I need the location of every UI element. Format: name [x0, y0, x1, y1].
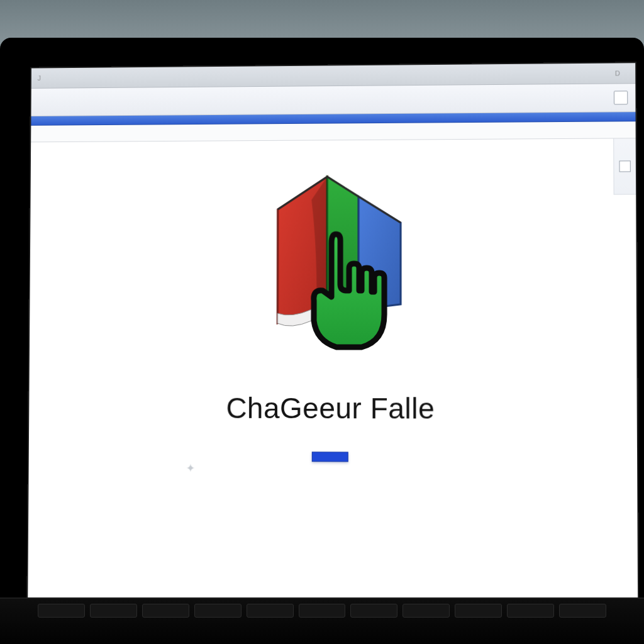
primary-cta-button[interactable]	[312, 452, 348, 462]
page-content: ✦ ChaGeeur Falle	[28, 138, 638, 623]
toolbar-icon[interactable]	[614, 91, 628, 104]
brand-title: ChaGeeur Falle	[226, 391, 435, 426]
laptop-keyboard	[0, 597, 644, 644]
titlebar-segment: J	[38, 74, 41, 82]
browser-toolbar	[31, 84, 635, 116]
star-icon: ✦	[186, 461, 195, 475]
laptop-bezel: J D	[0, 38, 644, 644]
app-logo	[218, 165, 444, 379]
titlebar-right-segment: D	[615, 69, 620, 77]
screen: J D	[26, 62, 639, 623]
hero-area: ✦ ChaGeeur Falle	[28, 138, 638, 623]
